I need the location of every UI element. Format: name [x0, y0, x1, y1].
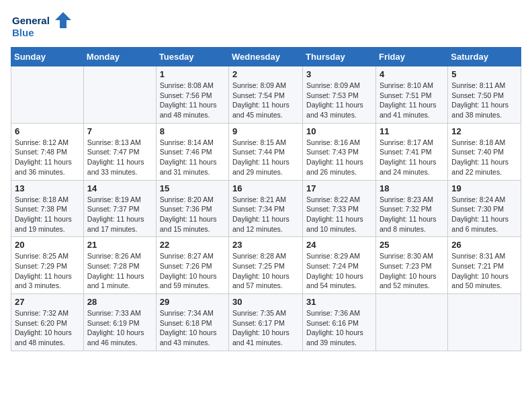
day-info: Sunrise: 8:20 AMSunset: 7:36 PMDaylight:… [160, 195, 225, 234]
svg-text:General: General [12, 15, 50, 26]
header: General Blue [11, 11, 521, 40]
calendar-week-row: 20Sunrise: 8:25 AMSunset: 7:29 PMDayligh… [11, 237, 521, 294]
day-info: Sunrise: 8:14 AMSunset: 7:46 PMDaylight:… [160, 138, 225, 177]
calendar-header-row: SundayMondayTuesdayWednesdayThursdayFrid… [11, 48, 521, 66]
calendar-week-row: 6Sunrise: 8:12 AMSunset: 7:48 PMDaylight… [11, 123, 521, 180]
calendar-table: SundayMondayTuesdayWednesdayThursdayFrid… [11, 47, 521, 351]
day-number: 29 [160, 297, 225, 307]
calendar-cell: 15Sunrise: 8:20 AMSunset: 7:36 PMDayligh… [156, 180, 228, 237]
day-number: 11 [380, 126, 444, 136]
day-number: 15 [160, 183, 225, 193]
day-number: 17 [306, 183, 372, 193]
day-number: 14 [87, 183, 152, 193]
calendar-cell: 25Sunrise: 8:30 AMSunset: 7:23 PMDayligh… [375, 237, 447, 294]
calendar-cell: 22Sunrise: 8:27 AMSunset: 7:26 PMDayligh… [156, 237, 228, 294]
day-info: Sunrise: 8:21 AMSunset: 7:34 PMDaylight:… [232, 195, 299, 234]
day-info: Sunrise: 7:33 AMSunset: 6:19 PMDaylight:… [87, 308, 152, 348]
column-header-thursday: Thursday [303, 48, 376, 66]
day-info: Sunrise: 8:19 AMSunset: 7:37 PMDaylight:… [87, 195, 152, 234]
day-number: 27 [15, 297, 80, 307]
calendar-cell: 24Sunrise: 8:29 AMSunset: 7:24 PMDayligh… [303, 237, 376, 294]
column-header-friday: Friday [375, 48, 447, 66]
calendar-cell: 26Sunrise: 8:31 AMSunset: 7:21 PMDayligh… [448, 237, 521, 294]
calendar-cell [11, 66, 84, 124]
day-number: 26 [451, 240, 517, 250]
day-info: Sunrise: 8:26 AMSunset: 7:28 PMDaylight:… [87, 251, 152, 291]
day-number: 23 [232, 240, 299, 250]
calendar-cell: 20Sunrise: 8:25 AMSunset: 7:29 PMDayligh… [11, 237, 84, 294]
day-info: Sunrise: 7:36 AMSunset: 6:16 PMDaylight:… [306, 308, 372, 348]
day-number: 16 [232, 183, 299, 193]
calendar-cell: 17Sunrise: 8:22 AMSunset: 7:33 PMDayligh… [303, 180, 376, 237]
day-number: 13 [15, 183, 80, 193]
calendar-cell: 14Sunrise: 8:19 AMSunset: 7:37 PMDayligh… [83, 180, 156, 237]
day-info: Sunrise: 8:15 AMSunset: 7:44 PMDaylight:… [232, 138, 299, 177]
calendar-cell: 1Sunrise: 8:08 AMSunset: 7:56 PMDaylight… [156, 66, 228, 124]
day-info: Sunrise: 8:11 AMSunset: 7:50 PMDaylight:… [451, 81, 517, 120]
calendar-cell [83, 66, 156, 124]
day-number: 10 [306, 126, 372, 136]
column-header-sunday: Sunday [11, 48, 84, 66]
day-number: 12 [451, 126, 517, 136]
day-info: Sunrise: 8:09 AMSunset: 7:53 PMDaylight:… [306, 81, 372, 120]
calendar-cell: 13Sunrise: 8:18 AMSunset: 7:38 PMDayligh… [11, 180, 84, 237]
calendar-cell: 11Sunrise: 8:17 AMSunset: 7:41 PMDayligh… [375, 123, 447, 180]
day-number: 24 [306, 240, 372, 250]
calendar-cell: 8Sunrise: 8:14 AMSunset: 7:46 PMDaylight… [156, 123, 228, 180]
calendar-cell: 23Sunrise: 8:28 AMSunset: 7:25 PMDayligh… [229, 237, 303, 294]
day-info: Sunrise: 8:16 AMSunset: 7:43 PMDaylight:… [306, 138, 372, 177]
day-info: Sunrise: 8:10 AMSunset: 7:51 PMDaylight:… [380, 81, 444, 120]
calendar-week-row: 1Sunrise: 8:08 AMSunset: 7:56 PMDaylight… [11, 66, 521, 124]
calendar-cell: 7Sunrise: 8:13 AMSunset: 7:47 PMDaylight… [83, 123, 156, 180]
calendar-cell [448, 294, 521, 351]
column-header-saturday: Saturday [448, 48, 521, 66]
column-header-wednesday: Wednesday [229, 48, 303, 66]
calendar-cell: 5Sunrise: 8:11 AMSunset: 7:50 PMDaylight… [448, 66, 521, 124]
day-number: 9 [232, 126, 299, 136]
column-header-monday: Monday [83, 48, 156, 66]
logo-svg: General Blue [11, 11, 71, 40]
day-number: 1 [160, 69, 225, 79]
calendar-cell: 16Sunrise: 8:21 AMSunset: 7:34 PMDayligh… [229, 180, 303, 237]
day-info: Sunrise: 8:23 AMSunset: 7:32 PMDaylight:… [380, 195, 444, 234]
svg-marker-2 [55, 12, 71, 28]
calendar-cell: 3Sunrise: 8:09 AMSunset: 7:53 PMDaylight… [303, 66, 376, 124]
day-number: 4 [380, 69, 444, 79]
calendar-week-row: 13Sunrise: 8:18 AMSunset: 7:38 PMDayligh… [11, 180, 521, 237]
calendar-cell: 2Sunrise: 8:09 AMSunset: 7:54 PMDaylight… [229, 66, 303, 124]
calendar-cell: 27Sunrise: 7:32 AMSunset: 6:20 PMDayligh… [11, 294, 84, 351]
day-info: Sunrise: 7:35 AMSunset: 6:17 PMDaylight:… [232, 308, 299, 348]
day-number: 22 [160, 240, 225, 250]
calendar-cell: 21Sunrise: 8:26 AMSunset: 7:28 PMDayligh… [83, 237, 156, 294]
day-number: 25 [380, 240, 444, 250]
calendar-cell: 28Sunrise: 7:33 AMSunset: 6:19 PMDayligh… [83, 294, 156, 351]
day-info: Sunrise: 7:34 AMSunset: 6:18 PMDaylight:… [160, 308, 225, 348]
day-number: 19 [451, 183, 517, 193]
day-info: Sunrise: 8:28 AMSunset: 7:25 PMDaylight:… [232, 251, 299, 291]
day-info: Sunrise: 8:18 AMSunset: 7:38 PMDaylight:… [15, 195, 80, 234]
day-number: 30 [232, 297, 299, 307]
calendar-cell: 19Sunrise: 8:24 AMSunset: 7:30 PMDayligh… [448, 180, 521, 237]
day-number: 2 [232, 69, 299, 79]
day-number: 7 [87, 126, 152, 136]
day-info: Sunrise: 8:29 AMSunset: 7:24 PMDaylight:… [306, 251, 372, 291]
calendar-cell: 4Sunrise: 8:10 AMSunset: 7:51 PMDaylight… [375, 66, 447, 124]
calendar-week-row: 27Sunrise: 7:32 AMSunset: 6:20 PMDayligh… [11, 294, 521, 351]
svg-text:Blue: Blue [12, 27, 34, 38]
day-info: Sunrise: 8:31 AMSunset: 7:21 PMDaylight:… [451, 251, 517, 291]
calendar-cell: 6Sunrise: 8:12 AMSunset: 7:48 PMDaylight… [11, 123, 84, 180]
day-info: Sunrise: 8:30 AMSunset: 7:23 PMDaylight:… [380, 251, 444, 291]
calendar-cell: 10Sunrise: 8:16 AMSunset: 7:43 PMDayligh… [303, 123, 376, 180]
day-number: 28 [87, 297, 152, 307]
day-info: Sunrise: 7:32 AMSunset: 6:20 PMDaylight:… [15, 308, 80, 348]
calendar-cell: 12Sunrise: 8:18 AMSunset: 7:40 PMDayligh… [448, 123, 521, 180]
day-number: 3 [306, 69, 372, 79]
calendar-cell: 29Sunrise: 7:34 AMSunset: 6:18 PMDayligh… [156, 294, 228, 351]
day-number: 18 [380, 183, 444, 193]
day-info: Sunrise: 8:18 AMSunset: 7:40 PMDaylight:… [451, 138, 517, 177]
day-info: Sunrise: 8:13 AMSunset: 7:47 PMDaylight:… [87, 138, 152, 177]
column-header-tuesday: Tuesday [156, 48, 228, 66]
day-info: Sunrise: 8:08 AMSunset: 7:56 PMDaylight:… [160, 81, 225, 120]
day-info: Sunrise: 8:22 AMSunset: 7:33 PMDaylight:… [306, 195, 372, 234]
day-info: Sunrise: 8:25 AMSunset: 7:29 PMDaylight:… [15, 251, 80, 291]
